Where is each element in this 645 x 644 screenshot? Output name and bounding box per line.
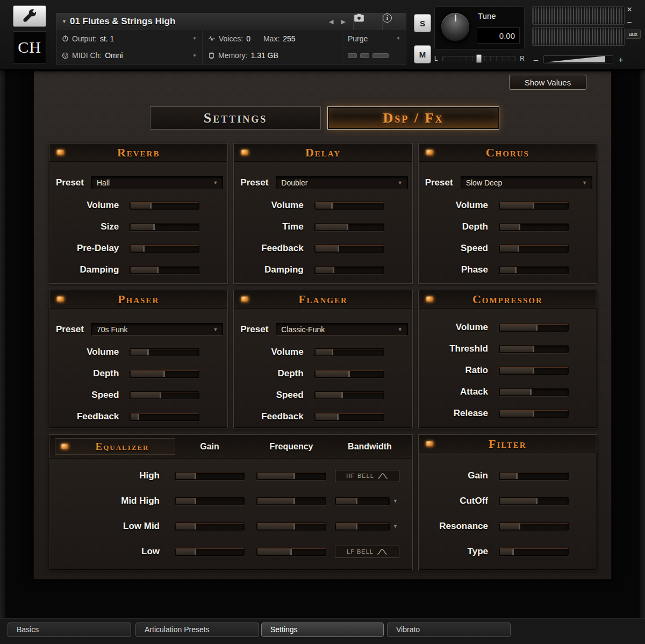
- instrument-menu-caret-icon[interactable]: ▼: [62, 19, 67, 24]
- eq-low-mid-bandwidth-slider[interactable]: [335, 523, 390, 531]
- tab-dsp-fx[interactable]: Dsp / Fx: [327, 106, 499, 130]
- chevron-down-icon[interactable]: ▼: [393, 498, 398, 504]
- slider-label: Time: [234, 221, 314, 232]
- compressor-release-slider[interactable]: [499, 410, 569, 418]
- phaser-power-led[interactable]: [56, 296, 64, 302]
- reverb-size-slider[interactable]: [130, 223, 199, 231]
- flanger-volume-slider[interactable]: [314, 348, 384, 356]
- slider-label: Volume: [234, 347, 314, 357]
- chorus-depth-slider[interactable]: [499, 223, 569, 231]
- reverb-volume-slider[interactable]: [130, 202, 199, 210]
- compressor-volume-slider[interactable]: [499, 324, 569, 332]
- delay-power-led[interactable]: [241, 149, 249, 155]
- view-size-buttons[interactable]: [342, 47, 406, 64]
- output-select[interactable]: Output: st. 1 ▼: [56, 30, 203, 46]
- delay-feedback-slider[interactable]: [314, 245, 384, 253]
- purge-menu[interactable]: Purge ▼: [342, 30, 406, 46]
- delay-preset-select[interactable]: Doubler ▼: [276, 176, 407, 189]
- chorus-phase-slider[interactable]: [499, 266, 569, 274]
- chorus-power-led[interactable]: [426, 149, 434, 155]
- volume-slider[interactable]: [543, 55, 613, 63]
- slider-label: Speed: [419, 243, 499, 254]
- pan-slider[interactable]: [442, 56, 516, 61]
- compressor-power-led[interactable]: [426, 296, 434, 302]
- flanger-header: Flanger: [234, 290, 412, 309]
- flanger-depth-slider[interactable]: [314, 370, 384, 378]
- midi-plug-icon: [62, 52, 69, 59]
- filter-cutoff-slider[interactable]: [499, 497, 569, 505]
- tab-settings[interactable]: Settings: [150, 106, 321, 130]
- flanger-preset-select[interactable]: Classic-Funk ▼: [276, 323, 407, 336]
- tab-articulation-presets[interactable]: Articulation Presets: [135, 622, 259, 637]
- slider-label: Threshld: [419, 344, 499, 354]
- slider-label: CutOff: [419, 496, 499, 506]
- eq-mid-high-frequency-slider[interactable]: [256, 497, 326, 505]
- level-meter-left: [532, 6, 625, 25]
- tab-settings-bottom[interactable]: Settings: [261, 622, 384, 637]
- solo-button[interactable]: S: [414, 14, 431, 32]
- tune-knob[interactable]: [440, 12, 470, 42]
- minimize-icon[interactable]: –: [627, 17, 632, 26]
- filter-type-slider[interactable]: [499, 548, 569, 556]
- next-instrument-icon[interactable]: ▶: [339, 18, 348, 25]
- pan-handle[interactable]: [476, 54, 482, 63]
- eq-high-gain-slider[interactable]: [175, 472, 245, 480]
- slider-label: Damping: [49, 264, 130, 275]
- reverb-damping-slider[interactable]: [130, 266, 199, 274]
- eq-low-bell-type-button[interactable]: LF BELL: [335, 546, 399, 558]
- mute-button[interactable]: M: [414, 45, 431, 63]
- preset-label: Preset: [56, 177, 84, 188]
- tune-value: 0.00: [477, 27, 520, 44]
- eq-band-label: Low Mid: [49, 521, 160, 532]
- equalizer-power-led[interactable]: [61, 443, 69, 449]
- reverb-pre-delay-slider[interactable]: [130, 245, 199, 253]
- eq-mid-high-bandwidth-slider[interactable]: [335, 497, 390, 505]
- phaser-depth-slider[interactable]: [130, 370, 199, 378]
- close-icon[interactable]: ×: [627, 4, 632, 15]
- reverb-preset-select[interactable]: Hall ▼: [91, 176, 223, 189]
- eq-low-frequency-slider[interactable]: [256, 548, 326, 556]
- info-button[interactable]: i: [382, 13, 406, 30]
- memory-display: Memory: 1.31 GB: [203, 47, 342, 64]
- eq-low-mid-gain-slider[interactable]: [175, 523, 245, 531]
- flanger-feedback-slider[interactable]: [314, 413, 384, 421]
- snapshot-camera-button[interactable]: [353, 13, 382, 30]
- chevron-down-icon[interactable]: ▼: [393, 524, 398, 529]
- eq-low-mid-frequency-slider[interactable]: [256, 523, 326, 531]
- reverb-power-led[interactable]: [56, 149, 64, 155]
- chorus-volume-slider[interactable]: [499, 202, 569, 210]
- chorus-preset-select[interactable]: Slow Deep ▼: [461, 176, 592, 189]
- prev-instrument-icon[interactable]: ◀: [327, 18, 335, 25]
- edit-instrument-button[interactable]: [13, 5, 46, 27]
- aux-label[interactable]: aux: [626, 30, 641, 39]
- delay-volume-slider[interactable]: [314, 202, 384, 210]
- filter-panel: Filter Gain CutOff Resonance Type: [418, 434, 597, 570]
- flanger-power-led[interactable]: [241, 296, 249, 302]
- eq-low-gain-slider[interactable]: [175, 548, 245, 556]
- show-values-button[interactable]: Show Values: [509, 75, 586, 90]
- tab-vibrato[interactable]: Vibrato: [387, 622, 511, 637]
- tab-basics[interactable]: Basics: [8, 622, 131, 637]
- flanger-speed-slider[interactable]: [314, 391, 384, 399]
- phaser-speed-slider[interactable]: [130, 391, 199, 399]
- compressor-threshold-slider[interactable]: [499, 345, 569, 353]
- phaser-preset-select[interactable]: 70s Funk ▼: [91, 323, 223, 336]
- volume-plus-button[interactable]: +: [617, 55, 625, 64]
- filter-gain-slider[interactable]: [499, 472, 569, 480]
- rack-rail-right: [640, 70, 645, 644]
- pan-left-label: L: [434, 55, 438, 62]
- delay-time-slider[interactable]: [314, 223, 384, 231]
- delay-damping-slider[interactable]: [314, 266, 384, 274]
- filter-resonance-slider[interactable]: [499, 523, 569, 531]
- eq-high-frequency-slider[interactable]: [256, 472, 326, 480]
- midi-channel-select[interactable]: MIDI Ch: Omni ▼: [56, 47, 203, 64]
- filter-power-led[interactable]: [426, 441, 434, 447]
- chorus-speed-slider[interactable]: [499, 245, 569, 253]
- eq-high-bell-type-button[interactable]: HF BELL: [335, 470, 399, 482]
- eq-mid-high-gain-slider[interactable]: [175, 497, 245, 505]
- compressor-attack-slider[interactable]: [499, 388, 569, 396]
- phaser-volume-slider[interactable]: [130, 348, 199, 356]
- compressor-ratio-slider[interactable]: [499, 367, 569, 375]
- phaser-feedback-slider[interactable]: [130, 413, 199, 421]
- volume-minus-button[interactable]: –: [532, 55, 540, 64]
